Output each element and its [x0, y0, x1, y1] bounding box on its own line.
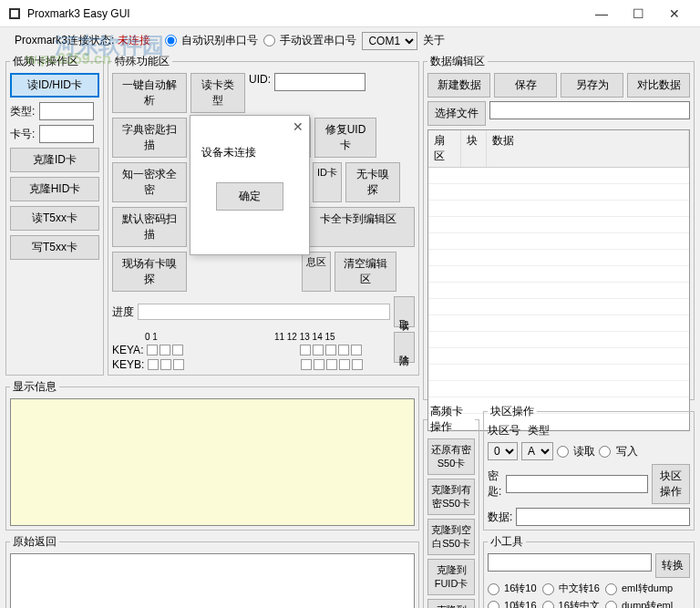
keya-label: KEYA: — [112, 344, 143, 356]
col-sector: 扇区 — [428, 130, 461, 167]
about-link[interactable]: 关于 — [423, 33, 445, 48]
read-vert-button[interactable]: 读取 — [394, 296, 415, 327]
read-radio[interactable]: 读取 — [557, 444, 595, 459]
display-legend: 显示信息 — [10, 379, 59, 395]
write-radio[interactable]: 写入 — [599, 444, 637, 459]
live-sniff-button[interactable]: 现场有卡嗅探 — [112, 252, 187, 292]
data-label: 数据: — [488, 510, 512, 525]
col-block: 块 — [461, 130, 487, 167]
svg-rect-1 — [11, 10, 18, 17]
r-dumpeml[interactable]: dump转eml — [605, 599, 673, 608]
tools-legend: 小工具 — [488, 534, 526, 550]
display-group: 显示信息 — [5, 379, 419, 531]
display-area — [10, 398, 415, 526]
raw-group: 原始返回 — [5, 534, 419, 608]
keya-boxes2[interactable] — [300, 345, 362, 356]
block-legend: 块区操作 — [488, 404, 537, 419]
r-emldump[interactable]: eml转dump — [605, 582, 673, 595]
raw-legend: 原始返回 — [10, 534, 59, 550]
blktype-select[interactable]: A — [521, 442, 553, 460]
select-file-button[interactable]: 选择文件 — [427, 101, 486, 126]
status-label: Proxmark3连接状态: — [15, 34, 114, 46]
dialog-message: 设备未连接 — [190, 138, 309, 168]
dataedit-group: 数据编辑区 新建数据 保存 另存为 对比数据 选择文件 扇区 块 数据 — [423, 54, 695, 400]
maximize-button[interactable]: ☐ — [620, 6, 656, 21]
data-table[interactable]: 扇区 块 数据 — [427, 129, 690, 431]
titlebar: Proxmark3 Easy GUI — ☐ ✕ — [0, 0, 700, 27]
com-select[interactable]: COM1 — [362, 32, 417, 50]
fix-uid-button[interactable]: 修复UID卡 — [314, 118, 376, 158]
keyb-boxes[interactable] — [148, 359, 184, 370]
top-controls: 自动识别串口号 手动设置串口号 COM1 关于 — [158, 30, 453, 52]
connection-status: Proxmark3连接状态: 未连接 — [7, 29, 158, 52]
r-16tocn[interactable]: 16转中文 — [542, 599, 600, 608]
info-area-button[interactable]: 息区 — [302, 252, 331, 292]
progress-label: 进度 — [112, 304, 134, 320]
idcard-button[interactable]: ID卡 — [313, 162, 342, 202]
cardno-label: 卡号: — [10, 127, 35, 142]
app-icon — [7, 6, 22, 21]
auto-parse-button[interactable]: 一键自动解析 — [112, 73, 187, 113]
auto-port-radio[interactable]: 自动识别串口号 — [165, 33, 258, 48]
lowfreq-group: 低频卡操作区 读ID/HID卡 类型: 卡号: 克隆ID卡 克隆HID卡 读T5… — [5, 54, 104, 376]
convert-button[interactable]: 转换 — [655, 553, 690, 578]
card-type-button[interactable]: 读卡类型 — [190, 73, 245, 113]
status-value: 未连接 — [118, 34, 150, 46]
clone-id-button[interactable]: 克隆ID卡 — [10, 148, 99, 172]
minimize-button[interactable]: — — [583, 6, 620, 21]
col-data: 数据 — [487, 130, 689, 167]
uid-label: UID: — [249, 73, 271, 113]
manual-port-radio[interactable]: 手动设置串口号 — [263, 33, 356, 48]
write-t5-button[interactable]: 写T5xx卡 — [10, 235, 99, 260]
save-button[interactable]: 保存 — [494, 73, 557, 98]
r-cnto16[interactable]: 中文转16 — [542, 582, 600, 595]
type-input[interactable] — [39, 102, 94, 120]
convert-input[interactable] — [488, 553, 652, 572]
clone-uid-button[interactable]: 克隆到UID卡 — [427, 599, 475, 608]
tools-group: 小工具 转换 16转10 中文转16 eml转dump 10转16 16转中文 … — [483, 534, 695, 608]
cardno-input[interactable] — [39, 125, 94, 143]
blkno-select[interactable]: 0 — [488, 442, 518, 460]
data-input[interactable] — [516, 508, 690, 526]
read-id-button[interactable]: 读ID/HID卡 — [10, 73, 99, 98]
restore-s50-button[interactable]: 还原有密S50卡 — [427, 438, 475, 475]
keyb-boxes2[interactable] — [301, 359, 363, 370]
key-nums: 0 1 — [145, 332, 158, 342]
full-edit-button[interactable]: 卡全卡到编辑区 — [302, 207, 415, 247]
block-group: 块区操作 块区号 类型 0 A 读取 写入 密匙: 块区操作 — [483, 404, 695, 531]
uid-input[interactable] — [274, 73, 365, 91]
dialog-close-icon[interactable]: ✕ — [293, 119, 304, 134]
clone-blank-button[interactable]: 克隆到空白S50卡 — [427, 519, 475, 555]
close-button[interactable]: ✕ — [656, 6, 693, 21]
clone-hid-button[interactable]: 克隆HID卡 — [10, 177, 99, 201]
blktype-label: 类型 — [528, 423, 550, 438]
known-key-button[interactable]: 知一密求全密 — [112, 162, 187, 202]
dataedit-legend: 数据编辑区 — [427, 54, 488, 69]
dict-scan-button[interactable]: 字典密匙扫描 — [112, 118, 187, 158]
progress-bar — [138, 304, 390, 320]
compare-button[interactable]: 对比数据 — [627, 73, 690, 98]
hf-legend: 高频卡操作 — [427, 404, 475, 435]
key-input[interactable] — [506, 475, 648, 493]
clone-s50-button[interactable]: 克隆到有密S50卡 — [427, 479, 475, 515]
clear-edit-button[interactable]: 清空编辑区 — [335, 252, 396, 292]
keya-boxes[interactable] — [147, 345, 183, 356]
nokey-sniff-button[interactable]: 无卡嗅探 — [345, 162, 400, 202]
special-legend: 特殊功能区 — [112, 54, 172, 69]
r-16to10[interactable]: 16转10 — [488, 582, 537, 595]
blkno-label: 块区号 — [488, 423, 520, 438]
r-10to16[interactable]: 10转16 — [488, 599, 537, 608]
lowfreq-legend: 低频卡操作区 — [10, 54, 81, 69]
new-data-button[interactable]: 新建数据 — [427, 73, 490, 98]
file-path-input[interactable] — [489, 101, 690, 119]
key-nums2: 11 12 13 14 15 — [274, 332, 335, 342]
clear-vert-button[interactable]: 清除 — [394, 332, 415, 363]
message-dialog: ✕ 设备未连接 确定 — [190, 115, 310, 255]
read-t5-button[interactable]: 读T5xx卡 — [10, 206, 99, 231]
dialog-ok-button[interactable]: 确定 — [216, 182, 283, 211]
default-pwd-button[interactable]: 默认密码扫描 — [112, 207, 187, 247]
saveas-button[interactable]: 另存为 — [561, 73, 623, 98]
clone-fuid-button[interactable]: 克隆到FUID卡 — [427, 559, 475, 595]
hf-group: 高频卡操作 还原有密S50卡 克隆到有密S50卡 克隆到空白S50卡 克隆到FU… — [423, 404, 479, 608]
block-op-button[interactable]: 块区操作 — [652, 464, 690, 504]
